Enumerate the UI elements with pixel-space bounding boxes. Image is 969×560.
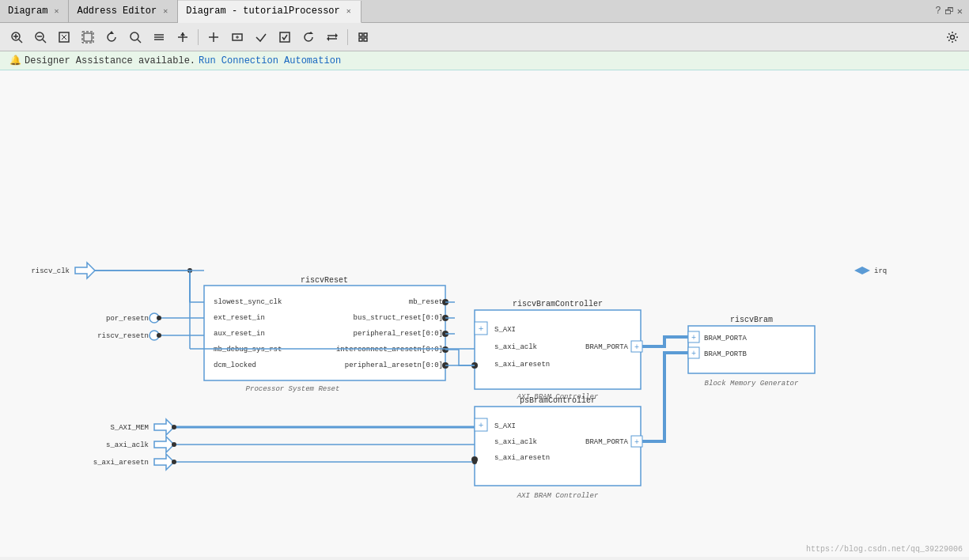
svg-rect-11 [84,33,92,41]
label-s-axi-aresetn-ext: s_axi_aresetn [93,459,149,467]
restore-icon[interactable]: 🗗 [944,6,954,17]
fit-button[interactable] [54,27,74,47]
port-s-axi-mem[interactable] [154,419,174,435]
rr-out-interconnect: interconnect_aresetn[0:0] [336,346,443,354]
expand-button[interactable] [172,27,193,47]
svg-marker-29 [335,33,338,38]
dot-aresetn-ps [472,460,477,464]
riscv-bram-aclk: s_axi_aclk [494,343,537,351]
tab-tutorial[interactable]: Diagram - tutorialProcessor ✕ [178,1,361,23]
run-connection-automation-link[interactable]: Run Connection Automation [199,55,341,66]
svg-point-13 [131,32,138,40]
tab-tutorial-close[interactable]: ✕ [345,6,353,17]
toolbar [0,23,969,51]
separator-1 [198,29,199,45]
svg-rect-26 [280,32,290,42]
tab-address-editor[interactable]: Address Editor ✕ [69,0,178,22]
rr-port-dcm: dcm_locked [214,361,256,369]
zoom-in-button[interactable] [6,27,27,47]
notification-bar: 🔔 Designer Assistance available. Run Con… [0,51,969,70]
ps-bram-porta: BRAM_PORTA [585,438,629,446]
label-por-resetn: por_resetn [106,315,149,323]
port-s-axi-aclk-ext[interactable] [154,437,174,452]
tab-address-editor-label: Address Editor [77,6,157,17]
svg-rect-35 [364,38,367,41]
label-riscv-clk: riscv_clk [31,267,70,275]
refresh-button[interactable] [298,27,319,47]
rr-port-clk: slowest_sync_clk [214,298,282,306]
wire-ps-bram-porta-thick [642,353,688,441]
tab-diagram-close[interactable]: ✕ [52,6,60,17]
wire-riscv-clk [95,271,204,302]
riscv-reset-subtitle: Processor System Reset [246,385,340,393]
rotate-button[interactable] [101,27,122,47]
rr-port-aux: aux_reset_in [214,330,265,338]
add-ip-button[interactable] [203,27,224,47]
tab-tutorial-label: Diagram - tutorialProcessor [186,6,339,17]
s-axi-plus-label-ps: + [479,421,484,430]
ps-bram-s-axi: S_AXI [494,422,516,430]
riscv-bram-block[interactable] [688,326,815,373]
svg-marker-12 [109,31,114,34]
svg-rect-34 [359,38,362,41]
toolbar-right [942,27,963,47]
ps-bram-aclk: s_axi_aclk [494,438,537,446]
add-module-button[interactable] [227,27,248,47]
dot-s-axi-mem [172,425,176,429]
label-s-axi-aclk-ext: s_axi_aclk [106,441,149,449]
check-button[interactable] [274,27,295,47]
riscv-bram-portb-in: BRAM_PORTB [704,350,748,358]
zoom-out-button[interactable] [30,27,51,47]
riscv-bram-porta-in: BRAM_PORTA [704,335,748,342]
svg-line-14 [138,40,141,43]
label-s-axi-mem: S_AXI_MEM [110,424,149,432]
select-button[interactable] [78,27,98,47]
diagram-canvas: riscv_clk por_resetn riscv_resetn S_AXI_… [0,70,969,557]
bram-porta-expand-icon-riscv: + [634,343,639,352]
bram-porta-in-icon: + [691,334,696,342]
wire-bram-porta-thick [642,337,688,346]
ps-bram-ctrl-title: psBramController [520,396,596,405]
port-s-axi-aresetn-ext[interactable] [154,454,174,470]
rr-out-periph-aresetn: peripheral_aresetn[0:0] [345,361,443,369]
notification-text: Designer Assistance available. [25,55,195,66]
validate-button[interactable] [251,27,271,47]
svg-line-1 [19,40,22,43]
svg-marker-31 [327,36,329,41]
riscv-bram-subtitle: Block Memory Generator [705,380,799,388]
rr-out-mb-reset: mb_reset [409,298,443,306]
diagram-area[interactable]: riscv_clk por_resetn riscv_resetn S_AXI_… [0,70,969,557]
bram-porta-expand-icon-ps: + [634,438,639,447]
svg-marker-20 [180,32,185,36]
riscv-bram-s-axi: S_AXI [494,326,516,334]
svg-rect-33 [364,33,367,36]
rr-port-ext: ext_reset_in [214,314,265,322]
ps-bram-aresetn: s_axi_aresetn [494,454,550,462]
anchor-button[interactable] [353,27,373,47]
irq-arrow[interactable] [854,267,870,274]
settings-button[interactable] [942,27,963,47]
ps-bram-ctrl-block[interactable] [475,407,641,486]
ps-bram-ctrl-subtitle: AXI BRAM Controller [517,492,599,500]
riscv-bram-ctrl-title: riscvBramController [513,300,603,308]
tab-address-editor-close[interactable]: ✕ [161,6,169,17]
watermark: https://blog.csdn.net/qq_39229006 [806,545,963,554]
riscv-bram-porta: BRAM_PORTA [585,343,629,351]
riscv-reset-title: riscvReset [301,276,348,285]
svg-point-36 [951,35,955,39]
label-riscv-resetn: riscv_resetn [97,332,149,340]
dot-aresetn-ext [172,460,176,464]
port-riscv-clk[interactable] [75,263,95,278]
close-window-icon[interactable]: ✕ [957,6,963,17]
bram-portb-in-icon: + [691,350,696,358]
s-axi-plus-label-riscv: + [479,324,484,334]
riscv-bram-aresetn: s_axi_aresetn [494,361,550,369]
swap-button[interactable] [322,27,343,47]
zoom-area-button[interactable] [125,27,146,47]
rr-port-mb: mb_debug_sys_rst [214,346,282,354]
collapse-button[interactable] [149,27,169,47]
help-icon[interactable]: ? [936,6,941,17]
tab-bar-right: ? 🗗 ✕ [936,6,969,17]
label-irq: irq [874,267,887,275]
tab-diagram[interactable]: Diagram ✕ [0,0,69,22]
